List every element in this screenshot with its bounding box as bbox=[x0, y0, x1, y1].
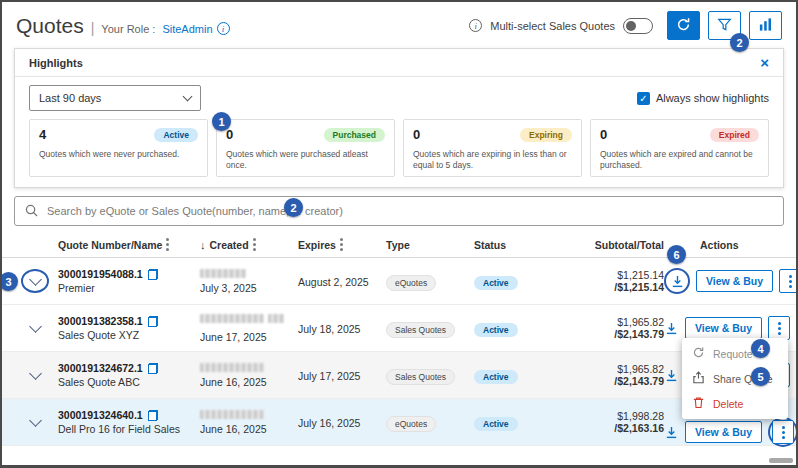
subtotal-cell: $1,965.82/$2,143.79 bbox=[566, 316, 664, 340]
redacted-creator bbox=[200, 410, 264, 419]
active-badge: Active bbox=[154, 128, 198, 142]
menu-item-requote[interactable]: Requote 4 bbox=[682, 341, 788, 366]
column-created[interactable]: ↓ Created bbox=[200, 238, 298, 251]
refresh-button[interactable] bbox=[667, 11, 700, 40]
title-group: Quotes | Your Role : SiteAdmin i bbox=[16, 14, 230, 38]
subtotal-cell: $1,215.14/$1,215.14 bbox=[566, 269, 664, 293]
insights-button[interactable] bbox=[749, 11, 782, 40]
purchased-badge: Purchased bbox=[324, 128, 385, 142]
column-status: Status bbox=[474, 239, 566, 251]
copy-icon[interactable] bbox=[148, 363, 158, 374]
column-expires[interactable]: Expires bbox=[298, 238, 386, 251]
view-buy-button[interactable]: View & Buy bbox=[685, 421, 762, 443]
expiring-badge: Expiring bbox=[520, 128, 572, 142]
copy-icon[interactable] bbox=[148, 316, 158, 327]
download-icon[interactable] bbox=[664, 368, 679, 383]
expires-cell: July 17, 2025 bbox=[298, 366, 386, 384]
page-title: Quotes bbox=[16, 14, 84, 38]
callout-1-highlights: 1 bbox=[212, 112, 231, 131]
expired-description: Quotes which are expired and cannot be p… bbox=[600, 149, 759, 172]
view-buy-button[interactable]: View & Buy bbox=[685, 317, 762, 339]
callout-6-download: 6 bbox=[667, 245, 686, 264]
menu-item-share-quote[interactable]: Share Quote 5 bbox=[682, 366, 788, 391]
column-menu-icon[interactable] bbox=[340, 238, 343, 251]
quote-cell: 3000191324640.1 Dell Pro 16 for Field Sa… bbox=[58, 409, 200, 435]
column-menu-icon[interactable] bbox=[253, 238, 256, 251]
chevron-down-icon bbox=[183, 92, 193, 102]
status-badge: Active bbox=[474, 370, 518, 384]
type-cell: eQuotes bbox=[386, 272, 474, 291]
annotation-circle bbox=[664, 268, 690, 294]
role-value-link[interactable]: SiteAdmin i bbox=[162, 22, 229, 35]
table-row: 3 3000191954088.1 Premier July 3, 2025 A… bbox=[2, 258, 796, 305]
download-icon[interactable] bbox=[664, 321, 679, 336]
expiring-count: 0 bbox=[413, 127, 420, 142]
kebab-icon bbox=[782, 426, 785, 439]
horizontal-scrollbar[interactable] bbox=[769, 458, 793, 463]
redacted-creator bbox=[268, 314, 284, 323]
always-show-checkbox[interactable]: ✓ bbox=[637, 92, 650, 105]
kebab-icon bbox=[778, 322, 781, 335]
callout-2-search: 2 bbox=[284, 198, 303, 217]
column-quote-number[interactable]: Quote Number/Name bbox=[58, 238, 200, 251]
expand-chevron-icon[interactable] bbox=[29, 414, 42, 427]
search-input[interactable] bbox=[14, 196, 784, 226]
multiselect-toggle[interactable] bbox=[623, 18, 653, 34]
type-badge: eQuotes bbox=[386, 416, 436, 432]
quote-name: Premier bbox=[58, 282, 200, 294]
row-menu-button-open[interactable] bbox=[772, 420, 794, 444]
search-icon bbox=[24, 203, 39, 222]
view-buy-button[interactable]: View & Buy bbox=[696, 270, 773, 292]
status-cell: Active bbox=[474, 413, 566, 431]
copy-icon[interactable] bbox=[148, 410, 158, 421]
expand-cell bbox=[12, 326, 58, 331]
column-menu-icon[interactable] bbox=[166, 238, 169, 251]
expiring-description: Quotes which are expiring in less than o… bbox=[413, 149, 572, 172]
download-icon[interactable] bbox=[664, 425, 679, 440]
card-purchased: 0 Purchased Quotes which were purchased … bbox=[216, 119, 395, 177]
search-bar bbox=[14, 196, 784, 226]
card-expired: 0 Expired Quotes which are expired and c… bbox=[590, 119, 769, 177]
created-cell: June 17, 2025 bbox=[200, 313, 298, 343]
quote-name: Sales Quote XYZ bbox=[58, 329, 200, 341]
expired-count: 0 bbox=[600, 127, 607, 142]
top-bar: Quotes | Your Role : SiteAdmin i i Multi… bbox=[2, 2, 796, 47]
row-menu-button[interactable] bbox=[779, 269, 798, 293]
created-date: July 3, 2025 bbox=[200, 282, 298, 294]
sort-desc-icon[interactable]: ↓ bbox=[200, 239, 206, 251]
quote-cell: 3000191954088.1 Premier bbox=[58, 268, 200, 294]
expand-chevron-icon[interactable] bbox=[29, 273, 42, 286]
highlights-panel: Highlights × Last 90 days ✓ Always show … bbox=[14, 48, 784, 188]
row-menu-button[interactable] bbox=[768, 316, 790, 340]
menu-item-delete[interactable]: Delete bbox=[682, 391, 788, 416]
quote-number: 3000191954088.1 bbox=[58, 268, 143, 280]
quote-name: Sales Quote ABC bbox=[58, 376, 200, 388]
redacted-creator bbox=[200, 314, 264, 323]
purchased-description: Quotes which were purchased atleast once… bbox=[226, 149, 385, 172]
status-cell: Active bbox=[474, 319, 566, 337]
multiselect-info-icon[interactable]: i bbox=[469, 19, 482, 32]
active-description: Quotes which were never purchased. bbox=[39, 149, 198, 160]
date-range-select[interactable]: Last 90 days bbox=[29, 85, 201, 111]
created-date: June 16, 2025 bbox=[200, 423, 298, 435]
requote-icon bbox=[692, 346, 705, 361]
expand-chevron-icon[interactable] bbox=[29, 367, 42, 380]
type-badge: Sales Quotes bbox=[386, 369, 455, 385]
expired-badge: Expired bbox=[710, 128, 759, 142]
role-info-icon[interactable]: i bbox=[217, 22, 230, 35]
active-count: 4 bbox=[39, 127, 46, 142]
card-active: 4 Active Quotes which were never purchas… bbox=[29, 119, 208, 177]
status-badge: Active bbox=[474, 417, 518, 431]
actions-cell: View & Buy bbox=[664, 316, 792, 340]
subtotal-cell: $1,965.82/$2,143.79 bbox=[566, 363, 664, 387]
created-cell: July 3, 2025 bbox=[200, 269, 298, 294]
expand-chevron-icon[interactable] bbox=[29, 320, 42, 333]
copy-icon[interactable] bbox=[148, 269, 158, 280]
title-separator: | bbox=[91, 20, 95, 36]
close-icon[interactable]: × bbox=[760, 55, 769, 70]
card-expiring: 0 Expiring Quotes which are expiring in … bbox=[403, 119, 582, 177]
quote-cell: 3000191382358.1 Sales Quote XYZ bbox=[58, 315, 200, 341]
highlights-header: Highlights × bbox=[15, 49, 783, 77]
download-icon[interactable] bbox=[670, 274, 685, 289]
expand-cell bbox=[12, 373, 58, 378]
